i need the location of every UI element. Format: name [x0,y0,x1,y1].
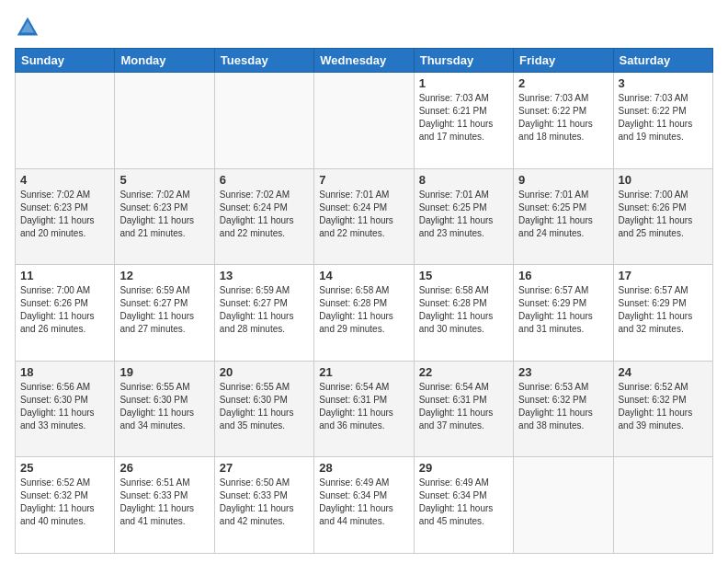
header [15,15,713,40]
day-number: 7 [319,173,408,187]
calendar-week-row: 4Sunrise: 7:02 AMSunset: 6:23 PMDaylight… [16,168,713,265]
day-number: 14 [319,269,408,282]
calendar-day-cell: 27Sunrise: 6:50 AMSunset: 6:33 PMDayligh… [214,457,313,554]
calendar-day-cell: 14Sunrise: 6:58 AMSunset: 6:28 PMDayligh… [314,265,414,362]
calendar-day-cell: 1Sunrise: 7:03 AMSunset: 6:21 PMDaylight… [414,73,513,169]
calendar-day-cell: 22Sunrise: 6:54 AMSunset: 6:31 PMDayligh… [414,361,513,457]
day-info: Sunrise: 6:56 AMSunset: 6:30 PMDaylight:… [20,381,109,432]
calendar-table: SundayMondayTuesdayWednesdayThursdayFrid… [15,48,713,554]
calendar-day-cell: 8Sunrise: 7:01 AMSunset: 6:25 PMDaylight… [414,168,513,265]
day-number: 18 [20,365,109,379]
calendar-day-cell [16,73,115,169]
day-info: Sunrise: 6:58 AMSunset: 6:28 PMDaylight:… [419,284,508,336]
calendar-day-cell: 19Sunrise: 6:55 AMSunset: 6:30 PMDayligh… [115,361,214,457]
day-info: Sunrise: 7:02 AMSunset: 6:23 PMDaylight:… [20,189,109,240]
day-info: Sunrise: 6:50 AMSunset: 6:33 PMDaylight:… [220,477,309,528]
day-info: Sunrise: 7:01 AMSunset: 6:25 PMDaylight:… [518,189,608,240]
day-info: Sunrise: 6:52 AMSunset: 6:32 PMDaylight:… [20,477,109,528]
day-info: Sunrise: 6:57 AMSunset: 6:29 PMDaylight:… [518,284,608,336]
calendar-day-cell: 21Sunrise: 6:54 AMSunset: 6:31 PMDayligh… [314,361,414,457]
day-number: 3 [619,76,708,90]
day-info: Sunrise: 6:52 AMSunset: 6:32 PMDaylight:… [619,381,708,432]
day-number: 12 [119,269,209,282]
day-info: Sunrise: 7:00 AMSunset: 6:26 PMDaylight:… [20,284,109,336]
calendar-day-cell [314,73,414,169]
calendar-day-cell: 5Sunrise: 7:02 AMSunset: 6:23 PMDaylight… [115,168,214,265]
day-number: 17 [619,269,708,282]
day-info: Sunrise: 6:57 AMSunset: 6:29 PMDaylight:… [619,284,708,336]
day-number: 27 [220,461,309,475]
calendar-day-cell: 7Sunrise: 7:01 AMSunset: 6:24 PMDaylight… [314,168,414,265]
calendar-day-cell: 26Sunrise: 6:51 AMSunset: 6:33 PMDayligh… [115,457,214,554]
calendar-day-cell: 9Sunrise: 7:01 AMSunset: 6:25 PMDaylight… [514,168,613,265]
calendar-day-cell [214,73,313,169]
day-info: Sunrise: 6:55 AMSunset: 6:30 PMDaylight:… [119,381,209,432]
calendar-day-cell: 12Sunrise: 6:59 AMSunset: 6:27 PMDayligh… [115,265,214,362]
calendar-day-cell: 13Sunrise: 6:59 AMSunset: 6:27 PMDayligh… [214,265,313,362]
calendar-week-row: 1Sunrise: 7:03 AMSunset: 6:21 PMDaylight… [16,73,713,169]
calendar-header-row: SundayMondayTuesdayWednesdayThursdayFrid… [16,49,713,73]
calendar-week-row: 25Sunrise: 6:52 AMSunset: 6:32 PMDayligh… [16,457,713,554]
page: SundayMondayTuesdayWednesdayThursdayFrid… [0,0,728,563]
calendar-day-cell [115,73,214,169]
day-number: 10 [619,173,708,187]
calendar-day-header: Tuesday [214,49,313,73]
calendar-day-cell: 17Sunrise: 6:57 AMSunset: 6:29 PMDayligh… [613,265,712,362]
calendar-day-header: Friday [514,49,613,73]
day-number: 5 [119,173,209,187]
logo [15,15,44,40]
calendar-day-cell: 4Sunrise: 7:02 AMSunset: 6:23 PMDaylight… [16,168,115,265]
calendar-day-header: Sunday [16,49,115,73]
day-info: Sunrise: 6:58 AMSunset: 6:28 PMDaylight:… [319,284,408,336]
day-number: 9 [518,173,608,187]
day-number: 6 [220,173,309,187]
calendar-day-cell: 24Sunrise: 6:52 AMSunset: 6:32 PMDayligh… [613,361,712,457]
calendar-week-row: 11Sunrise: 7:00 AMSunset: 6:26 PMDayligh… [16,265,713,362]
day-number: 2 [518,76,608,90]
calendar-day-cell: 28Sunrise: 6:49 AMSunset: 6:34 PMDayligh… [314,457,414,554]
day-info: Sunrise: 7:03 AMSunset: 6:22 PMDaylight:… [619,92,708,144]
day-info: Sunrise: 7:00 AMSunset: 6:26 PMDaylight:… [619,189,708,240]
day-number: 29 [419,461,508,475]
calendar-day-cell: 25Sunrise: 6:52 AMSunset: 6:32 PMDayligh… [16,457,115,554]
day-info: Sunrise: 7:02 AMSunset: 6:23 PMDaylight:… [119,189,209,240]
day-number: 25 [20,461,109,475]
calendar-day-cell [514,457,613,554]
calendar-day-cell: 6Sunrise: 7:02 AMSunset: 6:24 PMDaylight… [214,168,313,265]
calendar-day-cell: 11Sunrise: 7:00 AMSunset: 6:26 PMDayligh… [16,265,115,362]
day-info: Sunrise: 6:55 AMSunset: 6:30 PMDaylight:… [220,381,309,432]
day-number: 15 [419,269,508,282]
calendar-day-header: Saturday [613,49,712,73]
day-info: Sunrise: 7:01 AMSunset: 6:25 PMDaylight:… [419,189,508,240]
calendar-day-cell: 2Sunrise: 7:03 AMSunset: 6:22 PMDaylight… [514,73,613,169]
logo-icon [15,15,40,40]
calendar-day-cell: 23Sunrise: 6:53 AMSunset: 6:32 PMDayligh… [514,361,613,457]
calendar-day-cell [613,457,712,554]
calendar-day-cell: 16Sunrise: 6:57 AMSunset: 6:29 PMDayligh… [514,265,613,362]
calendar-day-cell: 29Sunrise: 6:49 AMSunset: 6:34 PMDayligh… [414,457,513,554]
day-info: Sunrise: 7:03 AMSunset: 6:22 PMDaylight:… [518,92,608,144]
day-number: 24 [619,365,708,379]
day-info: Sunrise: 7:01 AMSunset: 6:24 PMDaylight:… [319,189,408,240]
calendar-week-row: 18Sunrise: 6:56 AMSunset: 6:30 PMDayligh… [16,361,713,457]
calendar-day-cell: 10Sunrise: 7:00 AMSunset: 6:26 PMDayligh… [613,168,712,265]
day-number: 19 [119,365,209,379]
day-number: 23 [518,365,608,379]
day-info: Sunrise: 6:53 AMSunset: 6:32 PMDaylight:… [518,381,608,432]
day-info: Sunrise: 7:03 AMSunset: 6:21 PMDaylight:… [419,92,508,144]
day-info: Sunrise: 6:51 AMSunset: 6:33 PMDaylight:… [119,477,209,528]
day-info: Sunrise: 6:59 AMSunset: 6:27 PMDaylight:… [119,284,209,336]
day-info: Sunrise: 6:59 AMSunset: 6:27 PMDaylight:… [220,284,309,336]
day-number: 28 [319,461,408,475]
day-number: 1 [419,76,508,90]
calendar-day-cell: 18Sunrise: 6:56 AMSunset: 6:30 PMDayligh… [16,361,115,457]
day-number: 22 [419,365,508,379]
day-number: 13 [220,269,309,282]
calendar-day-cell: 3Sunrise: 7:03 AMSunset: 6:22 PMDaylight… [613,73,712,169]
day-number: 20 [220,365,309,379]
day-number: 16 [518,269,608,282]
day-number: 21 [319,365,408,379]
calendar-day-header: Wednesday [314,49,414,73]
calendar-day-cell: 15Sunrise: 6:58 AMSunset: 6:28 PMDayligh… [414,265,513,362]
day-number: 11 [20,269,109,282]
